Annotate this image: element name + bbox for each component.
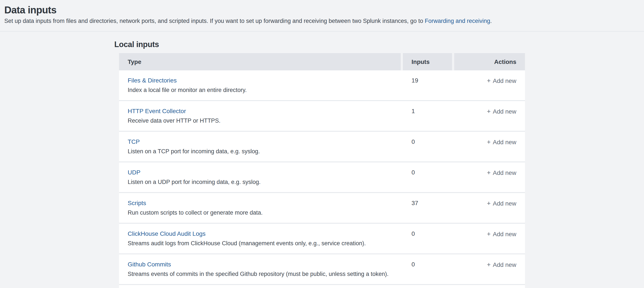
type-cell: Scripts Run custom scripts to collect or… [119,199,401,223]
local-inputs-heading: Local inputs [114,41,644,48]
table-header-row: Type Inputs Actions [119,53,525,70]
inputs-count: 0 [403,230,452,253]
inputs-count: 0 [403,168,452,192]
inputs-count: 1 [403,107,452,131]
input-type-description: Streams events of commits in the specifi… [128,270,401,278]
page-subtitle: Set up data inputs from files and direct… [4,17,639,25]
actions-cell: +Add new [454,107,525,131]
table-row-udp: UDP Listen on a UDP port for incoming da… [119,162,525,193]
input-type-link[interactable]: Github Commits [128,260,171,268]
plus-icon: + [487,76,491,85]
type-cell: ClickHouse Cloud Audit Logs Streams audi… [119,230,401,253]
table-row-scripts: Scripts Run custom scripts to collect or… [119,193,525,224]
input-type-description: Receive data over HTTP or HTTPS. [128,117,401,125]
input-type-link[interactable]: ClickHouse Cloud Audit Logs [128,230,206,238]
table-row-clickhouse-cloud-audit-logs: ClickHouse Cloud Audit Logs Streams audi… [119,224,525,254]
input-type-link[interactable]: HTTP Event Collector [128,107,186,115]
type-cell: Github Commits Streams events of commits… [119,260,401,284]
plus-icon: + [487,230,491,238]
type-cell: TCP Listen on a TCP port for incoming da… [119,138,401,161]
type-cell: UDP Listen on a UDP port for incoming da… [119,168,401,192]
input-type-description: Listen on a TCP port for incoming data, … [128,147,401,155]
table-row-tcp: TCP Listen on a TCP port for incoming da… [119,132,525,162]
subtitle-period: . [490,18,492,24]
forwarding-and-receiving-link[interactable]: Forwarding and receiving [425,18,490,24]
content-area: Local inputs Type Inputs Actions Files &… [0,32,644,288]
plus-icon: + [487,107,491,115]
actions-cell: +Add new [454,138,525,161]
input-type-link[interactable]: TCP [128,138,140,146]
input-type-link[interactable]: Files & Directories [128,76,177,85]
add-new-button[interactable]: +Add new [487,230,516,237]
add-new-label: Add new [493,139,516,146]
actions-cell: +Add new [454,76,525,100]
actions-cell: +Add new [454,230,525,253]
plus-icon: + [487,168,491,177]
local-inputs-table: Type Inputs Actions Files & Directories … [119,53,525,288]
add-new-label: Add new [493,108,516,115]
page-title: Data inputs [4,4,639,16]
input-type-description: Index a local file or monitor an entire … [128,86,401,94]
column-header-inputs: Inputs [403,53,452,70]
add-new-button[interactable]: +Add new [487,139,516,146]
actions-cell: +Add new [454,260,525,284]
inputs-count: 0 [403,260,452,284]
table-body: Files & Directories Index a local file o… [119,70,525,288]
inputs-count: 37 [403,199,452,223]
plus-icon: + [487,260,491,268]
add-new-label: Add new [493,77,516,84]
input-type-description: Run custom scripts to collect or generat… [128,208,401,217]
type-cell: Files & Directories Index a local file o… [119,76,401,100]
inputs-count: 19 [403,76,452,100]
input-type-description: Listen on a UDP port for incoming data, … [128,178,401,186]
table-row-partial [119,285,525,288]
actions-cell: +Add new [454,168,525,192]
input-type-description: Streams audit logs from ClickHouse Cloud… [128,239,401,247]
data-inputs-page: Data inputs Set up data inputs from file… [0,0,644,288]
plus-icon: + [487,199,491,207]
column-header-actions: Actions [454,53,525,70]
type-cell: HTTP Event Collector Receive data over H… [119,107,401,131]
add-new-button[interactable]: +Add new [487,169,516,176]
input-type-link[interactable]: UDP [128,168,140,177]
plus-icon: + [487,138,491,146]
table-row-github-commits: Github Commits Streams events of commits… [119,254,525,285]
table-row-files-directories: Files & Directories Index a local file o… [119,70,525,101]
table-row-http-event-collector: HTTP Event Collector Receive data over H… [119,101,525,132]
page-header: Data inputs Set up data inputs from file… [0,0,644,32]
column-header-type: Type [119,53,401,70]
subtitle-text: Set up data inputs from files and direct… [4,18,425,24]
actions-cell: +Add new [454,199,525,223]
add-new-label: Add new [493,230,516,237]
add-new-button[interactable]: +Add new [487,108,516,115]
inputs-count: 0 [403,138,452,161]
add-new-label: Add new [493,200,516,207]
input-type-link[interactable]: Scripts [128,199,146,207]
add-new-button[interactable]: +Add new [487,200,516,207]
add-new-label: Add new [493,169,516,176]
add-new-label: Add new [493,261,516,268]
add-new-button[interactable]: +Add new [487,77,516,84]
add-new-button[interactable]: +Add new [487,261,516,268]
